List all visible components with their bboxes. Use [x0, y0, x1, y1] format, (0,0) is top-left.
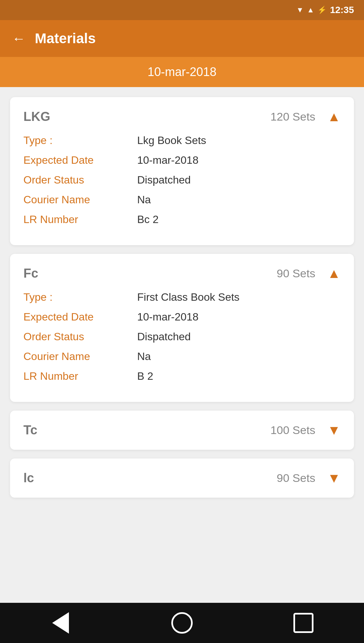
- lc-class-label: lc: [23, 471, 34, 485]
- fc-toggle-button[interactable]: [327, 266, 341, 281]
- content-area: LKG 120 Sets Type : Lkg Book Sets Expect…: [0, 87, 364, 603]
- lkg-expected-date-label: Expected Date: [23, 154, 137, 166]
- status-icons: ▼ ▲ ⚡ 12:35: [296, 5, 354, 15]
- fc-card-header: Fc 90 Sets: [23, 266, 341, 281]
- tc-sets-count: 100 Sets: [270, 424, 315, 437]
- nav-recent-button[interactable]: [290, 610, 317, 636]
- lkg-type-label: Type :: [23, 134, 137, 147]
- lkg-type-row: Type : Lkg Book Sets: [23, 134, 341, 147]
- fc-card-details: Type : First Class Book Sets Expected Da…: [23, 291, 341, 382]
- bottom-nav: [0, 603, 364, 643]
- fc-courier-name-label: Courier Name: [23, 350, 137, 363]
- lkg-courier-name-value: Na: [137, 194, 151, 206]
- lc-toggle-button[interactable]: [327, 471, 341, 486]
- lkg-order-status-value: Dispatched: [137, 174, 191, 186]
- tc-card: Tc 100 Sets: [10, 411, 354, 450]
- fc-class-label: Fc: [23, 266, 38, 281]
- nav-home-button[interactable]: [169, 610, 195, 636]
- lkg-card: LKG 120 Sets Type : Lkg Book Sets Expect…: [10, 97, 354, 245]
- tc-sets-area: 100 Sets: [270, 423, 341, 438]
- tc-toggle-button[interactable]: [327, 423, 341, 438]
- tc-class-label: Tc: [23, 423, 37, 437]
- date-banner: 10-mar-2018: [0, 57, 364, 87]
- fc-type-label: Type :: [23, 291, 137, 303]
- lkg-toggle-button[interactable]: [327, 109, 341, 124]
- status-bar: ▼ ▲ ⚡ 12:35: [0, 0, 364, 20]
- wifi-icon: ▼: [296, 6, 304, 14]
- fc-lr-number-row: LR Number B 2: [23, 370, 341, 382]
- lkg-class-label: LKG: [23, 110, 50, 124]
- fc-type-row: Type : First Class Book Sets: [23, 291, 341, 303]
- fc-type-value: First Class Book Sets: [137, 291, 240, 303]
- fc-order-status-label: Order Status: [23, 331, 137, 343]
- lc-card-header: lc 90 Sets: [23, 471, 341, 486]
- date-display: 10-mar-2018: [148, 65, 216, 79]
- fc-order-status-value: Dispatched: [137, 331, 191, 343]
- fc-sets-count: 90 Sets: [277, 267, 315, 280]
- nav-recent-icon: [293, 613, 313, 633]
- lc-sets-area: 90 Sets: [277, 471, 341, 486]
- lkg-expected-date-row: Expected Date 10-mar-2018: [23, 154, 341, 166]
- lkg-courier-name-label: Courier Name: [23, 194, 137, 206]
- lkg-type-value: Lkg Book Sets: [137, 134, 206, 147]
- lkg-order-status-row: Order Status Dispatched: [23, 174, 341, 186]
- app-title: Materials: [35, 30, 96, 47]
- nav-home-icon: [171, 612, 193, 634]
- lkg-sets-area: 120 Sets: [270, 109, 341, 124]
- lkg-lr-number-label: LR Number: [23, 213, 137, 226]
- fc-lr-number-label: LR Number: [23, 370, 137, 382]
- fc-expected-date-label: Expected Date: [23, 311, 137, 323]
- fc-courier-name-row: Courier Name Na: [23, 350, 341, 363]
- lkg-courier-name-row: Courier Name Na: [23, 194, 341, 206]
- lkg-expected-date-value: 10-mar-2018: [137, 154, 198, 166]
- lkg-order-status-label: Order Status: [23, 174, 137, 186]
- fc-expected-date-row: Expected Date 10-mar-2018: [23, 311, 341, 323]
- battery-icon: ⚡: [317, 6, 327, 14]
- lkg-card-details: Type : Lkg Book Sets Expected Date 10-ma…: [23, 134, 341, 226]
- lkg-card-header: LKG 120 Sets: [23, 109, 341, 124]
- lkg-sets-count: 120 Sets: [270, 110, 315, 123]
- lc-sets-count: 90 Sets: [277, 472, 315, 485]
- signal-icon: ▲: [307, 6, 314, 14]
- fc-expected-date-value: 10-mar-2018: [137, 311, 198, 323]
- nav-back-button[interactable]: [47, 610, 74, 636]
- fc-sets-area: 90 Sets: [277, 266, 341, 281]
- clock: 12:35: [330, 5, 354, 15]
- nav-back-icon: [52, 612, 69, 634]
- fc-courier-name-value: Na: [137, 350, 151, 363]
- back-button[interactable]: ←: [12, 32, 25, 45]
- lkg-lr-number-row: LR Number Bc 2: [23, 213, 341, 226]
- fc-card: Fc 90 Sets Type : First Class Book Sets …: [10, 254, 354, 402]
- fc-order-status-row: Order Status Dispatched: [23, 331, 341, 343]
- tc-card-header: Tc 100 Sets: [23, 423, 341, 438]
- app-bar: ← Materials: [0, 20, 364, 57]
- lkg-lr-number-value: Bc 2: [137, 213, 159, 226]
- fc-lr-number-value: B 2: [137, 370, 153, 382]
- lc-card: lc 90 Sets: [10, 458, 354, 498]
